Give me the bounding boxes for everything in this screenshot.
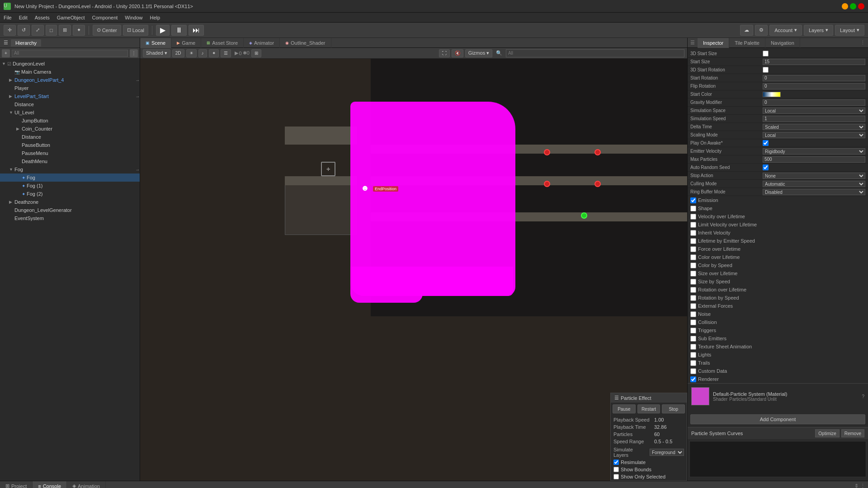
- hierarchy-item-fog1[interactable]: ✦ Fog (1): [0, 182, 140, 190]
- particle-restart-button[interactable]: Restart: [637, 404, 660, 413]
- tab-tile-palette[interactable]: Tile Palette: [729, 38, 765, 48]
- view-2d-button[interactable]: 2D: [172, 49, 184, 57]
- particle-pause-button[interactable]: Pause: [613, 404, 636, 413]
- texturesheet-checkbox[interactable]: [690, 344, 696, 350]
- insp-sub-emitters[interactable]: Sub Emitters: [688, 334, 868, 343]
- simspace-select[interactable]: LocalWorldCustom: [763, 108, 865, 114]
- insp-color-lifetime[interactable]: Color over Lifetime: [688, 253, 868, 261]
- insp-size-lifetime[interactable]: Size over Lifetime: [688, 269, 868, 277]
- insp-trails[interactable]: Trails: [688, 359, 868, 367]
- audio-button[interactable]: ♪: [198, 49, 207, 57]
- insp-rotation-lifetime[interactable]: Rotation over Lifetime: [688, 286, 868, 294]
- hierarchy-item-fog-parent[interactable]: ▼ Fog →: [0, 165, 140, 174]
- optimize-button[interactable]: Optimize: [815, 429, 839, 437]
- menu-window[interactable]: Window: [125, 15, 142, 20]
- lighting-button[interactable]: ☀: [186, 49, 197, 57]
- menu-gameobject[interactable]: GameObject: [57, 15, 85, 20]
- scene-hidden-button[interactable]: ☰: [221, 49, 231, 57]
- menu-file[interactable]: File: [4, 15, 12, 20]
- noise-checkbox[interactable]: [690, 311, 696, 317]
- subemitters-checkbox[interactable]: [690, 336, 696, 342]
- show-only-selected-checkbox[interactable]: [613, 474, 619, 479]
- scene-maximize-button[interactable]: ⛶: [439, 49, 450, 57]
- insp-lights[interactable]: Lights: [688, 351, 868, 359]
- hierarchy-item-pausemenu[interactable]: PauseMenu: [0, 149, 140, 157]
- hierarchy-tab[interactable]: Hierarchy: [11, 39, 41, 47]
- ringbuffer-select[interactable]: DisabledPauseUntilReplacedLoopUntilRepla…: [763, 189, 865, 195]
- insp-force-lifetime[interactable]: Force over Lifetime: [688, 245, 868, 253]
- fliprotation-field[interactable]: [763, 83, 865, 89]
- step-button[interactable]: ⏭: [189, 25, 204, 36]
- transform-rotate-tool[interactable]: ↺: [18, 25, 30, 36]
- stopaction-select[interactable]: NoneDisableDestroyCallback: [763, 173, 865, 179]
- tab-navigation[interactable]: Navigation: [765, 38, 800, 48]
- account-button[interactable]: Account ▾: [769, 25, 802, 36]
- tab-game[interactable]: ▶ Game: [171, 38, 201, 48]
- trails-checkbox[interactable]: [690, 360, 696, 366]
- hierarchy-item-deathzone[interactable]: ▶ Deathzone: [0, 198, 140, 206]
- menu-component[interactable]: Component: [92, 15, 118, 20]
- insp-custom-data[interactable]: Custom Data: [688, 367, 868, 375]
- rotationlifetime-checkbox[interactable]: [690, 287, 696, 293]
- add-component-button[interactable]: Add Component: [690, 414, 865, 424]
- hierarchy-item-jumpbutton[interactable]: JumpButton: [0, 117, 140, 125]
- insp-limit-velocity[interactable]: Limit Velocity over Lifetime: [688, 221, 868, 229]
- tab-outline-shader[interactable]: ◉ Outline_Shader: [280, 38, 331, 48]
- colorspeed-checkbox[interactable]: [690, 263, 696, 268]
- sizelifetime-checkbox[interactable]: [690, 271, 696, 277]
- emission-checkbox[interactable]: [690, 197, 696, 203]
- insp-collision[interactable]: Collision: [688, 318, 868, 326]
- hierarchy-item-dungeonlevel[interactable]: ▼ ☑ DungeonLevel: [0, 60, 140, 68]
- tab-project[interactable]: ⊞ Project: [0, 481, 33, 488]
- play-button[interactable]: ▶: [156, 25, 170, 36]
- hierarchy-item-uilevel[interactable]: ▼ UI_Level: [0, 108, 140, 117]
- limitvelocity-checkbox[interactable]: [690, 222, 696, 228]
- velocitylifetime-checkbox[interactable]: [690, 214, 696, 220]
- insp-emission[interactable]: Emission: [688, 196, 868, 204]
- collab-button[interactable]: ☁: [740, 25, 753, 36]
- tab-animator[interactable]: ◈ Animator: [244, 38, 280, 48]
- emittervelocity-select[interactable]: RigidbodyTransform: [763, 148, 865, 155]
- transform-scale-tool[interactable]: ⤢: [32, 25, 44, 36]
- insp-velocity-lifetime[interactable]: Velocity over Lifetime: [688, 212, 868, 221]
- externalforces-checkbox[interactable]: [690, 303, 696, 309]
- insp-shape[interactable]: Shape: [688, 204, 868, 212]
- effects-button[interactable]: ✦: [209, 49, 219, 57]
- hierarchy-item-maincamera[interactable]: 📷 Main Camera: [0, 68, 140, 76]
- hierarchy-item-eventsystem[interactable]: EventSystem: [0, 214, 140, 222]
- inheritvelocity-checkbox[interactable]: [690, 230, 696, 236]
- scene-search-input[interactable]: [506, 49, 684, 57]
- startrotation-field[interactable]: [763, 75, 865, 81]
- resimulate-checkbox[interactable]: [613, 460, 619, 465]
- insp-inherit-velocity[interactable]: Inherit Velocity: [688, 229, 868, 237]
- renderer-checkbox[interactable]: [690, 376, 696, 382]
- tab-inspector[interactable]: Inspector: [698, 38, 729, 48]
- lifetimeemitter-checkbox[interactable]: [690, 238, 696, 244]
- 3dstartsize-checkbox[interactable]: [763, 51, 769, 56]
- maximize-button[interactable]: [850, 3, 856, 9]
- gravity-field[interactable]: [763, 99, 865, 106]
- menu-help[interactable]: Help: [150, 15, 160, 20]
- maxparticles-field[interactable]: [763, 156, 865, 163]
- hierarchy-item-coincounter[interactable]: ▶ Coin_Counter: [0, 125, 140, 133]
- hierarchy-item-pausebutton[interactable]: PauseButton: [0, 141, 140, 149]
- insp-renderer[interactable]: Renderer: [688, 375, 868, 383]
- tab-scene[interactable]: ▣ Scene: [140, 38, 171, 48]
- pause-button[interactable]: ⏸: [171, 25, 187, 36]
- scalingmode-select[interactable]: LocalHierarchyShape: [763, 132, 865, 138]
- insp-triggers[interactable]: Triggers: [688, 326, 868, 334]
- scene-options-button[interactable]: ⊞: [251, 49, 261, 57]
- hierarchy-add-button[interactable]: +: [2, 49, 10, 57]
- shaded-button[interactable]: Shaded ▾: [143, 49, 170, 57]
- 3dstartrotation-checkbox[interactable]: [763, 67, 769, 73]
- gizmos-button[interactable]: Gizmos ▾: [465, 49, 492, 57]
- forcelifetime-checkbox[interactable]: [690, 246, 696, 252]
- menu-edit[interactable]: Edit: [19, 15, 28, 20]
- simulate-layers-select[interactable]: Foreground Background Everything Nothing: [650, 449, 684, 456]
- insp-texture-sheet[interactable]: Texture Sheet Animation: [688, 343, 868, 351]
- startcolor-preview[interactable]: [763, 92, 781, 97]
- transform-multi-tool[interactable]: ⊞: [59, 25, 71, 36]
- colorlifetime-checkbox[interactable]: [690, 254, 696, 260]
- scene-view[interactable]: ✛ EndPosition ☻ ☰ Particle Effect Pause: [140, 59, 687, 481]
- collision-checkbox[interactable]: [690, 319, 696, 325]
